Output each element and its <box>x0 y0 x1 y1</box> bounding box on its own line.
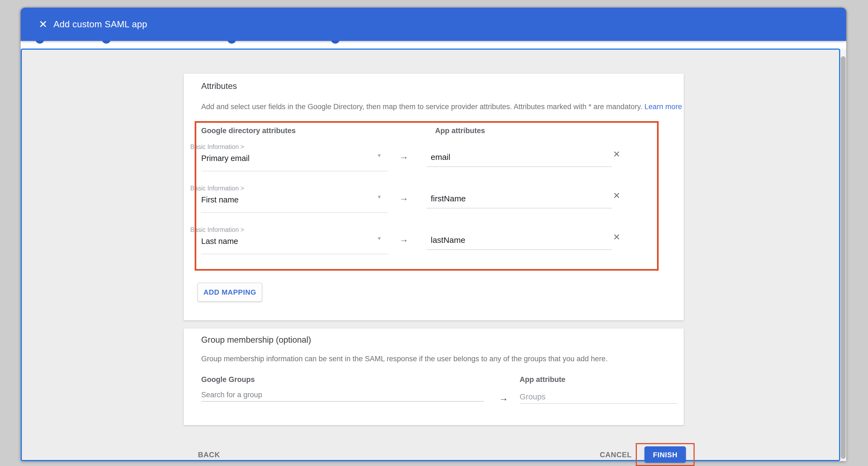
app-attribute-input[interactable] <box>426 190 612 208</box>
back-button[interactable]: BACK <box>195 450 223 460</box>
arrow-right-icon: → <box>399 193 408 204</box>
chevron-down-icon: ▼ <box>377 194 382 200</box>
app-attribute-label: App attribute <box>520 375 565 384</box>
chevron-down-icon: ▼ <box>377 236 382 241</box>
attributes-card-description: Add and select user fields in the Google… <box>201 103 682 111</box>
finish-button[interactable]: FINISH <box>645 446 686 463</box>
learn-more-link[interactable]: Learn more <box>645 103 682 111</box>
google-groups-label: Google Groups <box>201 375 255 384</box>
remove-mapping-icon[interactable]: ✕ <box>610 190 623 202</box>
directory-attribute-select[interactable]: First name ▼ <box>201 192 388 213</box>
app-attributes-column-header: App attributes <box>435 126 485 135</box>
dialog-header: ✕ Add custom SAML app <box>21 8 846 41</box>
app-attribute-input[interactable] <box>426 148 612 167</box>
attributes-card: Attributes Add and select user fields in… <box>184 74 684 320</box>
add-mapping-button[interactable]: ADD MAPPING <box>197 283 262 302</box>
app-attribute-input[interactable] <box>426 231 612 250</box>
add-custom-saml-app-dialog: ✕ Add custom SAML app Attributes Add and… <box>21 8 846 461</box>
group-membership-description: Group membership information can be sent… <box>201 355 608 363</box>
attributes-card-title: Attributes <box>201 81 237 91</box>
attribute-category-label: Basic Information > <box>190 144 244 150</box>
directory-attribute-value: First name <box>201 195 239 204</box>
mapping-row: Basic Information > Primary email ▼ → ✕ <box>184 144 684 185</box>
cancel-button[interactable]: CANCEL <box>596 450 635 460</box>
scrollbar-thumb[interactable] <box>841 56 846 459</box>
directory-attribute-select[interactable]: Primary email ▼ <box>201 150 388 171</box>
remove-mapping-icon[interactable]: ✕ <box>610 231 623 244</box>
directory-attribute-select[interactable]: Last name ▼ <box>201 233 388 254</box>
arrow-right-icon: → <box>499 393 508 404</box>
directory-attributes-column-header: Google directory attributes <box>201 126 296 135</box>
mapping-row: Basic Information > Last name ▼ → ✕ <box>184 227 684 268</box>
arrow-right-icon: → <box>399 234 408 245</box>
group-membership-card: Group membership (optional) Group member… <box>184 328 684 425</box>
attributes-description-text: Add and select user fields in the Google… <box>201 103 642 111</box>
screen: ✕ Add custom SAML app Attributes Add and… <box>0 0 868 466</box>
arrow-right-icon: → <box>399 151 408 162</box>
chevron-down-icon: ▼ <box>377 153 382 158</box>
group-search-input[interactable] <box>201 391 484 402</box>
group-membership-title: Group membership (optional) <box>201 335 311 345</box>
remove-mapping-icon[interactable]: ✕ <box>610 148 623 161</box>
dialog-title: Add custom SAML app <box>54 8 147 41</box>
attribute-category-label: Basic Information > <box>190 227 244 233</box>
mapping-row: Basic Information > First name ▼ → ✕ <box>184 185 684 227</box>
close-icon[interactable]: ✕ <box>33 8 53 41</box>
wizard-content-area: Attributes Add and select user fields in… <box>21 49 840 461</box>
attribute-category-label: Basic Information > <box>190 185 244 192</box>
directory-attribute-value: Primary email <box>201 154 249 163</box>
directory-attribute-value: Last name <box>201 237 238 245</box>
groups-attribute-input[interactable] <box>520 392 677 404</box>
